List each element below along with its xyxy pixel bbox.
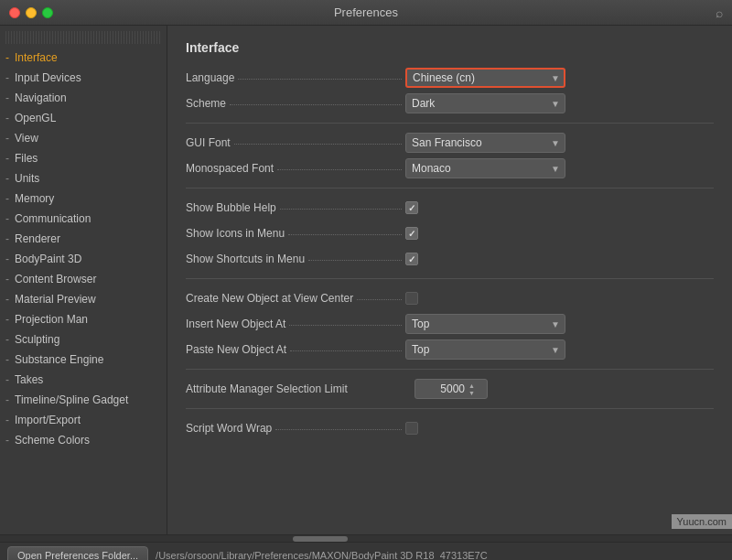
select-wrapper-scheme: DarkLightClassic▼	[405, 93, 565, 113]
select-paste-new-object[interactable]: TopBottomBeforeAfter	[405, 339, 565, 360]
sidebar: InterfaceInput DevicesNavigationOpenGLVi…	[0, 26, 167, 534]
sidebar-item-sculpting[interactable]: Sculpting	[0, 329, 167, 350]
row-insert-new-object: Insert New Object AtTopBottomBeforeAfter…	[186, 314, 714, 334]
select-wrapper-insert-new-object: TopBottomBeforeAfter▼	[405, 314, 565, 334]
sidebar-item-opengl[interactable]: OpenGL	[0, 108, 167, 128]
sidebar-item-renderer[interactable]: Renderer	[0, 229, 167, 249]
number-input-attribute-manager[interactable]	[419, 382, 465, 395]
traffic-lights	[9, 7, 53, 18]
select-insert-new-object[interactable]: TopBottomBeforeAfter	[405, 314, 565, 334]
label-monospaced-font: Monospaced Font	[186, 162, 405, 175]
row-show-icons-in-menu: Show Icons in Menu	[186, 223, 714, 243]
label-show-shortcuts-in-menu: Show Shortcuts in Menu	[186, 253, 405, 265]
scrollbar-thumb[interactable]	[293, 536, 348, 542]
watermark: Yuucn.com	[672, 514, 732, 529]
sidebar-item-takes[interactable]: Takes	[0, 370, 167, 390]
select-gui-font[interactable]: San FranciscoHelveticaArial	[405, 133, 565, 153]
drag-handle	[5, 31, 161, 44]
content-area: Interface LanguageChinese (cn)EnglishGer…	[167, 26, 732, 534]
sidebar-item-import-export[interactable]: Import/Export	[0, 410, 167, 430]
select-scheme[interactable]: DarkLightClassic	[405, 93, 565, 113]
sidebar-item-scheme-colors[interactable]: Scheme Colors	[0, 430, 167, 450]
checkbox-script-word-wrap	[405, 422, 418, 435]
row-monospaced-font: Monospaced FontMonacoCourierMenlo▼	[186, 158, 714, 178]
separator-5	[186, 408, 714, 409]
checkbox-create-new-object	[405, 292, 418, 305]
section-title: Interface	[186, 40, 714, 55]
row-script-word-wrap: Script Word Wrap	[186, 418, 714, 438]
row-gui-font: GUI FontSan FranciscoHelveticaArial▼	[186, 133, 714, 153]
sidebar-item-navigation[interactable]: Navigation	[0, 88, 167, 108]
checkbox-show-bubble-help[interactable]	[405, 201, 418, 214]
row-attribute-manager: Attribute Manager Selection Limit▲▼	[186, 379, 714, 399]
sidebar-item-input-devices[interactable]: Input Devices	[0, 68, 167, 88]
row-create-new-object: Create New Object at View Center	[186, 288, 714, 308]
sidebar-item-bodypaint-3d[interactable]: BodyPaint 3D	[0, 249, 167, 269]
open-preferences-folder-button[interactable]: Open Preferences Folder...	[7, 546, 148, 561]
checkbox-show-icons-in-menu[interactable]	[405, 227, 418, 240]
sidebar-item-communication[interactable]: Communication	[0, 209, 167, 229]
sidebar-item-material-preview[interactable]: Material Preview	[0, 289, 167, 309]
separator-1	[186, 123, 714, 124]
separator-4	[186, 369, 714, 370]
select-language[interactable]: Chinese (cn)EnglishGermanFrenchJapanese	[405, 68, 565, 88]
sidebar-item-timeline-spline-gadget[interactable]: Timeline/Spline Gadget	[0, 390, 167, 410]
label-show-bubble-help: Show Bubble Help	[186, 201, 405, 214]
sidebar-item-units[interactable]: Units	[0, 168, 167, 188]
select-wrapper-language: Chinese (cn)EnglishGermanFrenchJapanese▼	[405, 68, 565, 88]
close-button[interactable]	[9, 7, 20, 18]
label-language: Language	[186, 71, 405, 84]
select-wrapper-gui-font: San FranciscoHelveticaArial▼	[405, 133, 565, 153]
sidebar-item-memory[interactable]: Memory	[0, 188, 167, 209]
row-show-shortcuts-in-menu: Show Shortcuts in Menu	[186, 249, 714, 269]
sidebar-item-substance-engine[interactable]: Substance Engine	[0, 350, 167, 370]
label-scheme: Scheme	[186, 97, 405, 110]
preferences-path: /Users/orsoon/Library/Preferences/MAXON/…	[156, 550, 488, 561]
sidebar-item-view[interactable]: View	[0, 128, 167, 148]
sidebar-item-interface[interactable]: Interface	[0, 48, 167, 68]
minimize-button[interactable]	[26, 7, 37, 18]
horizontal-scrollbar[interactable]	[0, 534, 732, 542]
select-wrapper-monospaced-font: MonacoCourierMenlo▼	[405, 158, 565, 178]
label-script-word-wrap: Script Word Wrap	[186, 422, 405, 435]
bottom-bar: Open Preferences Folder... /Users/orsoon…	[0, 542, 732, 560]
title-bar: Preferences ⌕	[0, 0, 732, 26]
checkbox-show-shortcuts-in-menu[interactable]	[405, 253, 418, 265]
stepper-up[interactable]: ▲	[468, 382, 475, 389]
row-show-bubble-help: Show Bubble Help	[186, 198, 714, 218]
search-icon[interactable]: ⌕	[716, 5, 723, 20]
window-title: Preferences	[334, 5, 398, 19]
separator-2	[186, 188, 714, 188]
row-language: LanguageChinese (cn)EnglishGermanFrenchJ…	[186, 68, 714, 88]
label-create-new-object: Create New Object at View Center	[186, 292, 405, 305]
label-attribute-manager: Attribute Manager Selection Limit	[186, 382, 405, 395]
stepper-down[interactable]: ▼	[468, 390, 475, 396]
label-show-icons-in-menu: Show Icons in Menu	[186, 227, 405, 240]
sidebar-item-projection-man[interactable]: Projection Man	[0, 309, 167, 329]
maximize-button[interactable]	[42, 7, 53, 18]
steppers-attribute-manager[interactable]: ▲▼	[468, 382, 475, 396]
label-paste-new-object: Paste New Object At	[186, 343, 405, 356]
main-layout: InterfaceInput DevicesNavigationOpenGLVi…	[0, 26, 732, 534]
row-paste-new-object: Paste New Object AtTopBottomBeforeAfter▼	[186, 339, 714, 360]
label-insert-new-object: Insert New Object At	[186, 318, 405, 330]
row-scheme: SchemeDarkLightClassic▼	[186, 93, 714, 113]
number-wrapper-attribute-manager: ▲▼	[414, 379, 488, 399]
sidebar-item-files[interactable]: Files	[0, 148, 167, 168]
window: Preferences ⌕ InterfaceInput DevicesNavi…	[0, 0, 732, 560]
label-gui-font: GUI Font	[186, 136, 405, 149]
select-monospaced-font[interactable]: MonacoCourierMenlo	[405, 158, 565, 178]
sidebar-item-content-browser[interactable]: Content Browser	[0, 269, 167, 289]
select-wrapper-paste-new-object: TopBottomBeforeAfter▼	[405, 339, 565, 360]
separator-3	[186, 278, 714, 279]
